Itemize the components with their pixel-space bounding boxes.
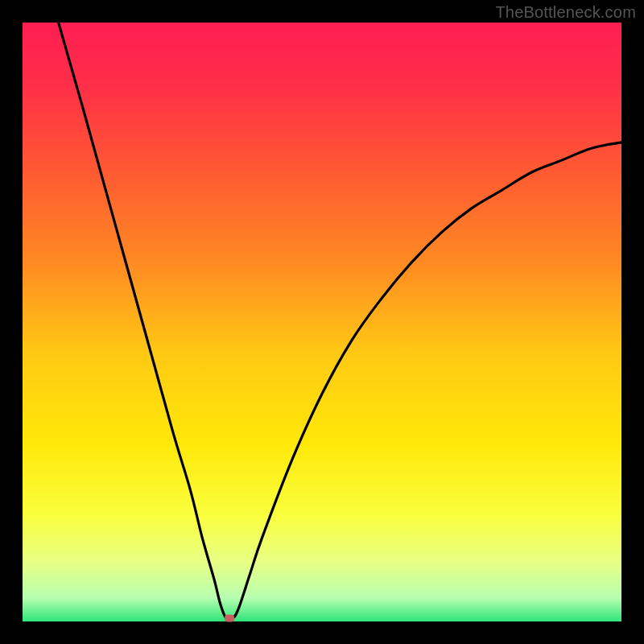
optimal-point-marker	[225, 615, 234, 622]
bottleneck-curve	[23, 23, 621, 621]
plot-area	[23, 23, 621, 621]
watermark-text: TheBottleneck.com	[495, 3, 636, 22]
